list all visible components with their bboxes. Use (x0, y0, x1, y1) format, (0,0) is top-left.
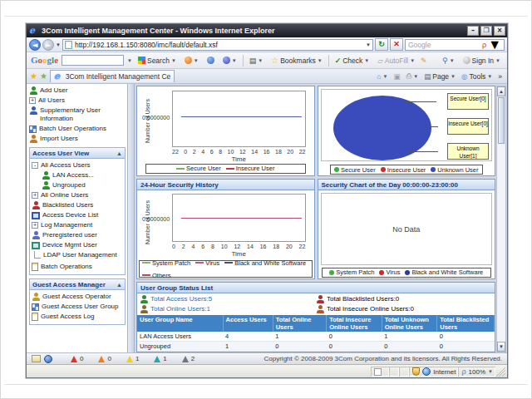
sidebar-item-guest-access-operator[interactable]: Guest Access Operator (32, 292, 124, 302)
tree-item-label[interactable]: LDAP User Management (43, 251, 124, 259)
expand-plus-icon[interactable]: + (32, 222, 38, 229)
scroll-down-icon[interactable]: ▼ (497, 342, 505, 352)
summary-total-online-users[interactable]: Total Online Users:1 (140, 304, 316, 314)
tree-item-access-device-list[interactable]: Access Device List (32, 210, 124, 220)
page-menu-button[interactable]: ▤Page▼ (422, 72, 457, 81)
share-button[interactable] (204, 56, 217, 65)
column-header[interactable]: User Group Name (137, 315, 223, 332)
sidebar-item-label[interactable]: All Users (38, 96, 126, 105)
summary-link[interactable]: Total Online Users:1 (150, 304, 210, 314)
access-user-view-header[interactable]: Access User View ▲ (30, 148, 125, 159)
scrollbar-thumb[interactable] (498, 97, 505, 144)
alarm-critical[interactable]: 0 (71, 355, 83, 362)
alarm-sound-icon[interactable] (44, 355, 52, 363)
back-button[interactable]: ◄ (29, 39, 41, 51)
main-scrollbar[interactable]: ▲ ▼ (496, 86, 506, 352)
alarm-info[interactable]: 2 (182, 355, 195, 362)
collapse-minus-icon[interactable]: - (32, 162, 38, 169)
sidebar-splitter[interactable] (128, 84, 135, 352)
add-gadget-button[interactable]: ▼ (220, 56, 239, 65)
zoom-pane[interactable]: ρ 100% ▼ (458, 367, 495, 377)
sidebar-item-add-user[interactable]: Add User (29, 86, 126, 96)
toolbar-settings-button[interactable]: ⚲▼ (440, 56, 457, 66)
expand-plus-icon[interactable]: + (32, 192, 38, 199)
tree-item-label[interactable]: Preregistered user (42, 231, 124, 239)
tree-item-lan-access[interactable]: LAN Access... (42, 170, 124, 180)
bookmarks-button[interactable]: ☆Bookmarks▼ (268, 56, 324, 66)
tree-item-all-online-users[interactable]: +All Online Users (32, 190, 124, 200)
scroll-up-icon[interactable]: ▲ (497, 86, 505, 96)
tree-item-label[interactable]: All Access Users (41, 161, 124, 170)
tree-item-label[interactable]: Device Mgmt User (42, 241, 124, 249)
scrollbar-track[interactable] (497, 145, 505, 342)
column-header[interactable]: Total Online Users (273, 315, 326, 332)
table-row[interactable]: LAN Access Users 4 1 0 1 0 (137, 332, 495, 342)
home-button[interactable]: ⌂▼ (375, 72, 389, 81)
browser-tab[interactable]: e 3Com Intelligent Management Center (50, 70, 175, 82)
table-row[interactable]: Ungrouped 1 0 0 0 0 (137, 342, 495, 352)
sidebar-item-batch-user-operations[interactable]: Batch User Operations (29, 124, 126, 134)
address-dropdown-icon[interactable]: ▼ (366, 42, 371, 47)
forward-button[interactable]: ► (42, 39, 54, 51)
sidebar-item-import-users[interactable]: Import Users (29, 134, 126, 144)
tree-item-label[interactable]: Access Device List (42, 211, 124, 219)
tree-item-log-management[interactable]: +Log Management (32, 220, 124, 230)
alarm-warning[interactable]: 1 (154, 355, 166, 362)
column-header[interactable]: Access Users (223, 315, 273, 332)
history-dropdown-icon[interactable]: ▼ (56, 42, 61, 47)
check-button[interactable]: ✓Check▼ (332, 56, 372, 66)
column-header[interactable]: Total Blacklisted Users (437, 315, 495, 332)
tree-item-all-access-users[interactable]: -All Access Users (32, 160, 124, 170)
zoom-dropdown-icon[interactable]: ▼ (488, 369, 493, 374)
expand-icon[interactable]: + (29, 97, 36, 104)
signin-button[interactable]: Sign In▼ (461, 56, 503, 66)
refresh-button[interactable]: ↻ (375, 38, 388, 51)
sidebar-item-label[interactable]: Import Users (40, 135, 126, 143)
pagerank-button[interactable]: ▼ (182, 56, 201, 65)
summary-link[interactable]: Total Access Users:5 (150, 294, 212, 304)
tree-item-ldap-user-management[interactable]: LDAP User Management (32, 250, 124, 262)
tree-item-ungrouped[interactable]: Ungrouped (42, 180, 124, 190)
google-search-input[interactable] (62, 55, 124, 66)
tree-item-label[interactable]: LAN Access... (52, 171, 124, 180)
summary-total-access-users[interactable]: Total Access Users:5 (140, 294, 316, 304)
favorites-icon[interactable]: ★ (30, 72, 37, 81)
sidebar-item-label[interactable]: Guest Access Operator (42, 293, 124, 301)
feeds-button[interactable]: ▣ (392, 72, 401, 81)
minimize-button[interactable]: – (467, 26, 479, 36)
tree-item-label[interactable]: Log Management (41, 221, 124, 229)
sidebar-item-label[interactable]: Batch User Operations (39, 125, 126, 133)
tree-item-batch-operations[interactable]: Batch Operations (32, 262, 124, 272)
guest-access-manager-header[interactable]: Guest Access Manager ▲ (30, 279, 125, 290)
autofill-button[interactable]: ▱AutoFill▼ (375, 56, 417, 66)
google-input-dropdown-icon[interactable]: ▼ (127, 58, 132, 63)
alarm-major[interactable]: 0 (98, 355, 111, 362)
sidebar-item-label[interactable]: Guest Access User Group (42, 303, 124, 311)
highlighter-icon[interactable]: ✎ (421, 57, 427, 65)
tree-item-device-mgmt-user[interactable]: Device Mgmt User (32, 240, 124, 250)
tree-item-label[interactable]: Ungrouped (52, 181, 124, 190)
event-browse-icon[interactable] (32, 355, 41, 362)
tree-item-label[interactable]: Batch Operations (41, 263, 124, 271)
url-text[interactable]: http://192.168.1.150:8080/imc/fault/defa… (75, 41, 363, 49)
sidebar-item-supplementary-user-information[interactable]: Supplementary User Information (29, 106, 126, 124)
collapse-icon[interactable]: ▲ (116, 150, 122, 156)
sidebar-item-all-users[interactable]: +All Users (29, 96, 126, 106)
restore-button[interactable]: ❐ (480, 26, 492, 36)
stop-button[interactable]: ✕ (390, 38, 403, 51)
tree-item-label[interactable]: Blacklisted Users (42, 201, 124, 209)
print-button[interactable]: ⎙▼ (404, 71, 420, 81)
sidebar-item-guest-access-user-group[interactable]: Guest Access User Group (32, 302, 124, 312)
sidebar-item-guest-access-log[interactable]: Guest Access Log (32, 312, 124, 322)
browser-search-input[interactable]: Google ρ ▼ (405, 39, 505, 51)
column-header[interactable]: Total Insecure Online Users (327, 315, 382, 332)
address-input[interactable]: http://192.168.1.150:8080/imc/fault/defa… (62, 39, 373, 51)
column-header[interactable]: Total Unknown Online Users (382, 315, 437, 332)
tree-item-preregistered-user[interactable]: Preregistered user (32, 230, 124, 240)
send-to-button[interactable]: ▤▼ (247, 56, 265, 66)
google-search-button[interactable]: Search▼ (135, 56, 179, 66)
tree-item-blacklisted-users[interactable]: Blacklisted Users (32, 200, 124, 210)
tree-item-label[interactable]: All Online Users (41, 191, 124, 200)
alarm-minor[interactable]: 1 (126, 355, 139, 362)
sidebar-item-label[interactable]: Supplementary User Information (40, 106, 126, 123)
